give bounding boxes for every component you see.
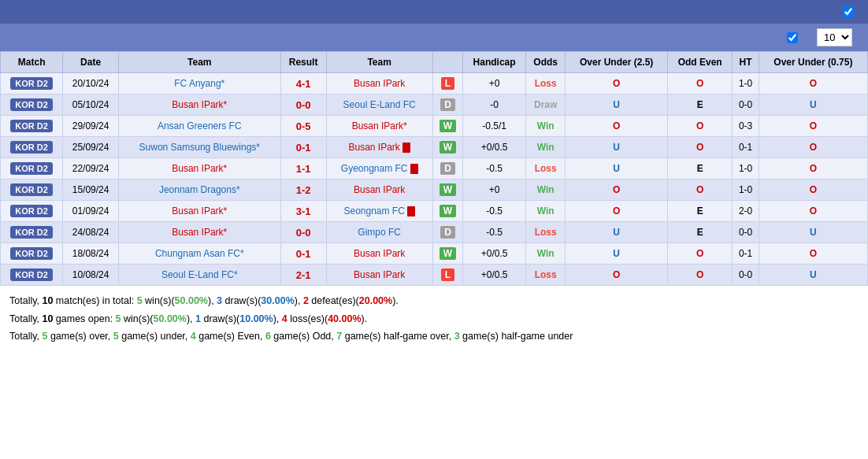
result-cell: 0-1 — [280, 137, 326, 158]
wdl-cell: D — [432, 94, 462, 116]
date-cell: 29/09/24 — [63, 116, 119, 137]
display-notes-checkbox[interactable] — [843, 6, 854, 17]
ou075-value: O — [810, 184, 817, 195]
match-badge-cell: KOR D2 — [1, 73, 63, 94]
col-handicap: Handicap — [463, 52, 526, 73]
team1-link[interactable]: Busan IPark* — [172, 163, 227, 174]
match-badge-cell: KOR D2 — [1, 116, 63, 137]
col-result: Result — [280, 52, 326, 73]
ht-cell: 0-1 — [733, 243, 759, 265]
summary-line3: Totally, 5 game(s) over, 5 game(s) under… — [9, 328, 859, 346]
result-score: 1-1 — [296, 163, 311, 175]
date-cell: 15/09/24 — [63, 180, 119, 201]
ou075-cell: U — [759, 265, 867, 286]
ou25-cell: U — [566, 222, 668, 243]
team2-link[interactable]: Gyeongnam FC — [341, 163, 408, 174]
team2-cell: Gimpo FC — [326, 222, 432, 243]
team1-link[interactable]: Suwon Samsung Bluewings* — [139, 142, 260, 153]
team1-link[interactable]: Busan IPark* — [172, 227, 227, 238]
oe-cell: O — [668, 180, 733, 201]
team1-link[interactable]: FC Anyang* — [174, 78, 224, 89]
wdl-badge: W — [440, 205, 456, 217]
match-badge: KOR D2 — [10, 226, 53, 239]
team2-link[interactable]: Busan IPark — [348, 142, 399, 153]
team1-link[interactable]: Ansan Greeners FC — [158, 120, 242, 131]
team1-cell: FC Anyang* — [118, 73, 280, 94]
ht-cell: 0-0 — [733, 222, 759, 243]
games-select[interactable]: 5 10 15 20 All — [817, 28, 852, 46]
team1-link[interactable]: Busan IPark* — [172, 99, 227, 110]
wdl-badge: D — [440, 98, 455, 111]
result-cell: 0-0 — [280, 94, 326, 116]
match-badge: KOR D2 — [10, 77, 53, 90]
team2-cell: Busan IPark — [326, 243, 432, 265]
wdl-cell: W — [432, 180, 462, 201]
odds-cell: Win — [526, 201, 566, 222]
ou25-cell: O — [566, 265, 668, 286]
match-badge: KOR D2 — [10, 98, 53, 111]
team2-link[interactable]: Busan IPark — [354, 269, 405, 280]
oe-value: E — [697, 205, 703, 217]
team2-link[interactable]: Busan IPark* — [352, 120, 407, 131]
wdl-badge: W — [440, 247, 456, 260]
kor-d2-checkbox[interactable] — [787, 32, 798, 43]
match-badge: KOR D2 — [10, 268, 53, 281]
red-card-icon — [407, 206, 415, 217]
match-badge: KOR D2 — [10, 141, 53, 154]
odds-text: Loss — [535, 78, 557, 89]
team1-link[interactable]: Seoul E-Land FC* — [161, 269, 238, 280]
result-score: 0-0 — [296, 227, 311, 239]
team2-link[interactable]: Gimpo FC — [358, 227, 401, 238]
red-card-icon — [410, 164, 418, 174]
team2-cell: Busan IPark — [326, 137, 432, 158]
team1-link[interactable]: Busan IPark* — [172, 205, 227, 217]
ou075-value: O — [810, 205, 817, 217]
handicap-cell: +0/0.5 — [463, 137, 526, 158]
oe-cell: O — [668, 243, 733, 265]
team2-link[interactable]: Busan IPark — [354, 184, 405, 195]
ou25-cell: O — [566, 180, 668, 201]
team1-cell: Chungnam Asan FC* — [118, 243, 280, 265]
match-badge-cell: KOR D2 — [1, 180, 63, 201]
team2-cell: Busan IPark — [326, 180, 432, 201]
team1-cell: Ansan Greeners FC — [118, 116, 280, 137]
team2-link[interactable]: Seoul E-Land FC — [343, 99, 416, 110]
team1-link[interactable]: Jeonnam Dragons* — [159, 184, 240, 195]
team1-cell: Suwon Samsung Bluewings* — [118, 137, 280, 158]
team1-link[interactable]: Chungnam Asan FC* — [155, 248, 244, 259]
odds-text: Loss — [535, 227, 557, 238]
odds-cell: Win — [526, 116, 566, 137]
team2-link[interactable]: Busan IPark — [354, 78, 405, 89]
ou075-cell: O — [759, 73, 867, 94]
ou25-value: U — [613, 142, 620, 153]
odds-cell: Draw — [526, 94, 566, 116]
result-score: 0-1 — [296, 248, 311, 260]
ht-cell: 1-0 — [733, 73, 759, 94]
oe-value: E — [697, 163, 703, 174]
oe-cell: O — [668, 265, 733, 286]
oe-value: O — [696, 78, 703, 89]
red-card-icon — [402, 143, 410, 153]
handicap-cell: -0.5 — [463, 201, 526, 222]
ht-cell: 0-3 — [733, 116, 759, 137]
ou25-value: U — [613, 163, 620, 174]
col-odds: Odds — [526, 52, 566, 73]
ou075-cell: U — [759, 94, 867, 116]
date-cell: 24/08/24 — [63, 222, 119, 243]
wdl-badge: W — [440, 183, 456, 196]
ou25-value: O — [613, 120, 620, 131]
odds-cell: Win — [526, 137, 566, 158]
team1-cell: Busan IPark* — [118, 222, 280, 243]
col-ou25: Over Under (2.5) — [566, 52, 668, 73]
team2-link[interactable]: Busan IPark — [354, 248, 405, 259]
result-score: 0-5 — [296, 120, 311, 132]
col-team2: Team — [326, 52, 432, 73]
team2-cell: Busan IPark* — [326, 116, 432, 137]
team2-cell: Busan IPark — [326, 73, 432, 94]
table-row: KOR D224/08/24Busan IPark*0-0Gimpo FCD-0… — [1, 222, 868, 243]
odds-text: Win — [537, 205, 555, 217]
result-cell: 1-1 — [280, 158, 326, 180]
match-badge-cell: KOR D2 — [1, 265, 63, 286]
team2-link[interactable]: Seongnam FC — [343, 205, 404, 217]
team1-cell: Jeonnam Dragons* — [118, 180, 280, 201]
